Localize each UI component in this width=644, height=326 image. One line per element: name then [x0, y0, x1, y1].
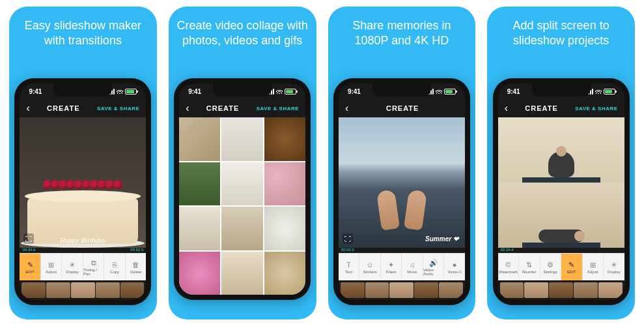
promo-card-4: Add split screen to slideshow projects 9…: [487, 7, 635, 319]
timecodes: 00:00.0: [339, 248, 465, 253]
battery-icon: [125, 89, 137, 95]
collage-cell[interactable]: [264, 162, 305, 206]
collage-cell[interactable]: [264, 207, 305, 250]
timeline[interactable]: [339, 280, 465, 300]
timeline-frame[interactable]: [414, 282, 438, 298]
timeline[interactable]: [20, 280, 146, 300]
timeline-frame[interactable]: [524, 282, 548, 298]
tool-filters[interactable]: ✦Filters: [381, 254, 402, 280]
phone-screen: 9:41 ‹ CREATE SAVE & SHARE: [20, 83, 146, 300]
edit-icon: ✎: [25, 260, 35, 269]
collage-cell[interactable]: [264, 117, 305, 161]
timeline-frame[interactable]: [46, 282, 70, 298]
editor-canvas[interactable]: Summer ❤ ⛶: [339, 117, 465, 248]
adjust-icon: ⊞: [588, 260, 597, 269]
tool-edit[interactable]: ✎EDIT: [20, 254, 41, 280]
tool-video-audio[interactable]: 🔊Video-Audio: [423, 254, 445, 280]
phone-mockup: 9:41 ‹ CREATE . Summer ❤ ⛶ 0: [333, 78, 470, 305]
timeline-frame[interactable]: [365, 282, 389, 298]
timeline-frame[interactable]: [96, 282, 120, 298]
split-pane-top[interactable]: [498, 117, 624, 183]
slide-image: [20, 117, 146, 248]
tool-timing[interactable]: ⧉Timing / Pan: [83, 254, 105, 280]
copy-icon: ⎘: [110, 260, 119, 269]
battery-icon: [285, 89, 296, 95]
save-share-button[interactable]: SAVE & SHARE: [575, 106, 617, 111]
back-arrow-icon[interactable]: ‹: [505, 103, 508, 113]
timeline-frame[interactable]: [341, 282, 365, 298]
split-screen: [498, 117, 624, 248]
tool-text[interactable]: TText: [339, 254, 360, 280]
timeline-frame[interactable]: [500, 282, 524, 298]
collage-cell[interactable]: [221, 252, 262, 295]
collage-cell[interactable]: [221, 162, 262, 206]
expand-icon[interactable]: ⛶: [23, 233, 34, 244]
collage-cell[interactable]: [179, 162, 220, 206]
collage-cell[interactable]: [179, 252, 220, 295]
settings-icon: ⚙: [546, 260, 555, 269]
timeline-frame[interactable]: [71, 282, 95, 298]
back-arrow-icon[interactable]: ‹: [186, 103, 189, 113]
wifi-icon: [276, 89, 283, 94]
music-icon: ♫: [408, 260, 417, 269]
timeline-frame[interactable]: [120, 282, 145, 298]
timeline[interactable]: [498, 280, 624, 300]
save-share-button[interactable]: SAVE & SHARE: [97, 106, 139, 111]
phone-screen: 9:41 ‹ CREATE SAVE & SHARE: [179, 83, 305, 295]
nav-title: CREATE: [206, 104, 239, 112]
collage-cell[interactable]: [179, 117, 220, 161]
tool-display[interactable]: ☀Display: [62, 254, 83, 280]
tool-copy[interactable]: ⎘Copy: [104, 254, 126, 280]
phone-screen: 9:41 ‹ CREATE SAVE & SHARE: [498, 83, 624, 300]
collage-cell[interactable]: [264, 252, 305, 295]
wifi-icon: [117, 89, 123, 94]
collage-cell[interactable]: [221, 207, 262, 250]
tool-adjust[interactable]: ⊞Adjust: [41, 254, 63, 280]
time-start: 00:34.6: [22, 248, 35, 252]
adjust-icon: ⊞: [47, 260, 56, 269]
timeline-frame[interactable]: [439, 282, 463, 298]
watermark-icon: ©: [503, 260, 512, 269]
edit-icon: ✎: [567, 260, 576, 269]
timeline-frame[interactable]: [389, 282, 413, 298]
timeline-frame[interactable]: [549, 282, 573, 298]
tool-display[interactable]: ☀Display: [604, 254, 624, 280]
delete-icon: 🗑: [132, 260, 141, 269]
battery-icon: [604, 89, 615, 95]
tool-stickers[interactable]: ☺Stickers: [359, 254, 381, 280]
timeline-frame[interactable]: [21, 282, 46, 298]
collage-cell[interactable]: [221, 117, 262, 161]
promo-caption: Easy slideshow maker with transitions: [9, 7, 157, 72]
nav-title: CREATE: [525, 104, 557, 112]
tool-settings[interactable]: ⚙Settings: [540, 254, 562, 280]
tool-voiceover[interactable]: ●Voice-O: [444, 254, 465, 280]
app-navbar: ‹ CREATE SAVE & SHARE: [179, 99, 305, 117]
nav-title: CREATE: [47, 104, 79, 112]
split-pane-bottom[interactable]: [498, 183, 624, 248]
app-navbar: ‹ CREATE SAVE & SHARE: [498, 99, 624, 117]
editor-toolbar: ✎EDIT ⊞Adjust ☀Display ⧉Timing / Pan ⎘Co…: [20, 253, 146, 280]
tool-delete[interactable]: 🗑Delete: [126, 254, 147, 280]
collage-grid[interactable]: [179, 117, 305, 295]
editor-canvas[interactable]: [498, 117, 624, 248]
phone-notch: [53, 83, 112, 96]
timecodes: 00:34.6 00:02.5: [20, 248, 146, 253]
tool-music[interactable]: ♫Music: [402, 254, 423, 280]
tool-edit[interactable]: ✎EDIT: [561, 254, 583, 280]
phone-mockup: 9:41 ‹ CREATE SAVE & SHARE: [14, 78, 151, 305]
timeline-frame[interactable]: [598, 282, 623, 298]
save-share-button[interactable]: SAVE & SHARE: [257, 106, 299, 111]
tool-reorder[interactable]: ⇅Reorder: [519, 254, 540, 280]
time-start: 00:34.4: [501, 248, 514, 252]
tool-adjust[interactable]: ⊞Adjust: [583, 254, 604, 280]
back-arrow-icon[interactable]: ‹: [345, 103, 348, 113]
nav-title: CREATE: [386, 104, 419, 112]
tool-watermark[interactable]: ©Watermark: [498, 254, 520, 280]
collage-cell[interactable]: [179, 207, 220, 250]
editor-canvas[interactable]: Happy Birthday ⛶: [20, 117, 146, 248]
back-arrow-icon[interactable]: ‹: [26, 103, 29, 113]
timeline-frame[interactable]: [574, 282, 598, 298]
expand-icon[interactable]: ⛶: [343, 233, 353, 244]
phone-notch: [372, 83, 431, 96]
slide-caption: Summer ❤: [425, 235, 458, 243]
